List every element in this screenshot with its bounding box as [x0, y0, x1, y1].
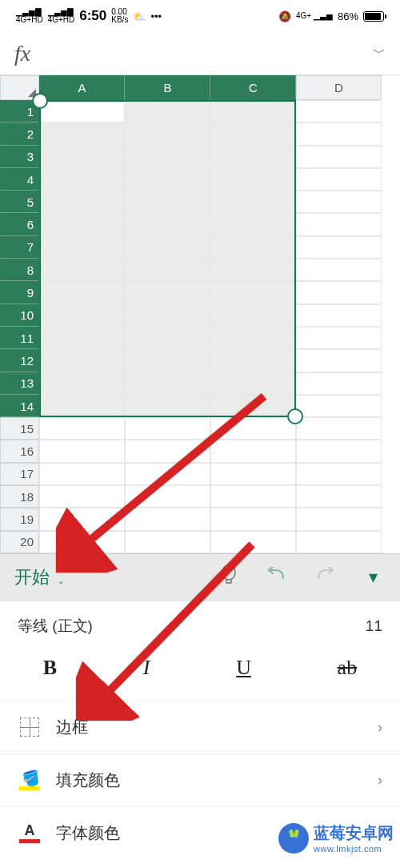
- row-header-5[interactable]: 5: [0, 191, 39, 213]
- undo-icon[interactable]: [253, 567, 301, 588]
- cell-A5[interactable]: [39, 191, 125, 213]
- cell-C15[interactable]: [210, 417, 296, 440]
- cell-C8[interactable]: [210, 259, 296, 281]
- row-header-11[interactable]: 11: [0, 327, 39, 349]
- cell-D7[interactable]: [296, 236, 382, 259]
- cell-A14[interactable]: [39, 395, 125, 417]
- cell-C9[interactable]: [210, 281, 296, 303]
- cell-A11[interactable]: [39, 327, 125, 349]
- cell-B15[interactable]: [125, 417, 210, 440]
- cell-D8[interactable]: [296, 259, 382, 281]
- row-header-6[interactable]: 6: [0, 213, 39, 235]
- fill-color-option[interactable]: 🪣 填充颜色 ›: [0, 753, 400, 806]
- cell-D20[interactable]: [296, 531, 382, 553]
- cell-B16[interactable]: [125, 440, 210, 462]
- cell-A4[interactable]: [39, 168, 125, 191]
- row-header-14[interactable]: 14: [0, 395, 39, 417]
- cell-A1[interactable]: [39, 100, 125, 123]
- cell-B8[interactable]: [125, 259, 210, 281]
- cell-B18[interactable]: [125, 485, 210, 508]
- column-header-A[interactable]: A: [39, 75, 125, 100]
- cell-A9[interactable]: [39, 281, 125, 303]
- cell-C4[interactable]: [210, 168, 296, 191]
- cell-D10[interactable]: [296, 304, 382, 327]
- font-name[interactable]: 等线 (正文): [18, 616, 93, 637]
- cell-A20[interactable]: [39, 531, 125, 553]
- cell-C16[interactable]: [210, 440, 296, 462]
- cell-D14[interactable]: [296, 395, 382, 417]
- spreadsheet[interactable]: ABCD1234567891011121314151617181920: [0, 75, 400, 553]
- cell-D18[interactable]: [296, 485, 382, 508]
- cell-B5[interactable]: [125, 191, 210, 213]
- row-header-12[interactable]: 12: [0, 349, 39, 372]
- row-header-9[interactable]: 9: [0, 281, 39, 303]
- cell-D16[interactable]: [296, 440, 382, 462]
- cell-C18[interactable]: [210, 485, 296, 508]
- cell-C2[interactable]: [210, 123, 296, 145]
- lightbulb-icon[interactable]: [205, 565, 253, 590]
- cell-B13[interactable]: [125, 372, 210, 395]
- row-header-15[interactable]: 15: [0, 417, 39, 440]
- row-header-7[interactable]: 7: [0, 236, 39, 259]
- cell-D1[interactable]: [296, 100, 382, 123]
- cell-C11[interactable]: [210, 327, 296, 349]
- cell-D19[interactable]: [296, 508, 382, 530]
- ribbon-dropdown-icon[interactable]: ▾: [349, 567, 397, 588]
- font-size[interactable]: 11: [366, 617, 382, 635]
- cell-B2[interactable]: [125, 123, 210, 145]
- row-header-8[interactable]: 8: [0, 259, 39, 281]
- column-header-C[interactable]: C: [210, 75, 296, 100]
- cell-D9[interactable]: [296, 281, 382, 303]
- cell-B11[interactable]: [125, 327, 210, 349]
- cell-C14[interactable]: [210, 395, 296, 417]
- cell-C10[interactable]: [210, 304, 296, 327]
- cell-A19[interactable]: [39, 508, 125, 530]
- cell-C1[interactable]: [210, 100, 296, 123]
- row-header-16[interactable]: 16: [0, 440, 39, 462]
- cell-B6[interactable]: [125, 213, 210, 235]
- cell-A17[interactable]: [39, 463, 125, 485]
- row-header-13[interactable]: 13: [0, 372, 39, 395]
- italic-button[interactable]: I: [143, 656, 150, 680]
- formula-bar[interactable]: fx ﹀: [0, 32, 400, 75]
- cell-D3[interactable]: [296, 146, 382, 168]
- cell-D13[interactable]: [296, 372, 382, 395]
- cell-B4[interactable]: [125, 168, 210, 191]
- cell-C20[interactable]: [210, 531, 296, 553]
- cell-D2[interactable]: [296, 123, 382, 145]
- cell-A15[interactable]: [39, 417, 125, 440]
- cell-D6[interactable]: [296, 213, 382, 235]
- row-header-1[interactable]: 1: [0, 100, 39, 123]
- cell-B14[interactable]: [125, 395, 210, 417]
- cell-D17[interactable]: [296, 463, 382, 485]
- cell-D11[interactable]: [296, 327, 382, 349]
- cell-A18[interactable]: [39, 485, 125, 508]
- underline-button[interactable]: U: [236, 656, 251, 680]
- row-header-2[interactable]: 2: [0, 123, 39, 145]
- cell-C12[interactable]: [210, 349, 296, 372]
- cell-B12[interactable]: [125, 349, 210, 372]
- ribbon-start-tab[interactable]: 开始 ⌃⌄: [3, 565, 75, 589]
- font-row[interactable]: 等线 (正文) 11: [0, 601, 400, 638]
- cell-A3[interactable]: [39, 146, 125, 168]
- cell-C5[interactable]: [210, 191, 296, 213]
- cell-D4[interactable]: [296, 168, 382, 191]
- cell-A7[interactable]: [39, 236, 125, 259]
- row-header-4[interactable]: 4: [0, 168, 39, 191]
- cell-B17[interactable]: [125, 463, 210, 485]
- cell-A2[interactable]: [39, 123, 125, 145]
- strikethrough-button[interactable]: ab: [338, 656, 358, 680]
- cell-C17[interactable]: [210, 463, 296, 485]
- cell-A12[interactable]: [39, 349, 125, 372]
- column-header-D[interactable]: D: [296, 75, 382, 100]
- cell-C13[interactable]: [210, 372, 296, 395]
- cell-C6[interactable]: [210, 213, 296, 235]
- row-header-3[interactable]: 3: [0, 146, 39, 168]
- column-header-B[interactable]: B: [125, 75, 210, 100]
- row-header-18[interactable]: 18: [0, 485, 39, 508]
- cell-D12[interactable]: [296, 349, 382, 372]
- border-option[interactable]: 边框 ›: [0, 701, 400, 753]
- cell-B7[interactable]: [125, 236, 210, 259]
- cell-C19[interactable]: [210, 508, 296, 530]
- bold-button[interactable]: B: [43, 656, 57, 680]
